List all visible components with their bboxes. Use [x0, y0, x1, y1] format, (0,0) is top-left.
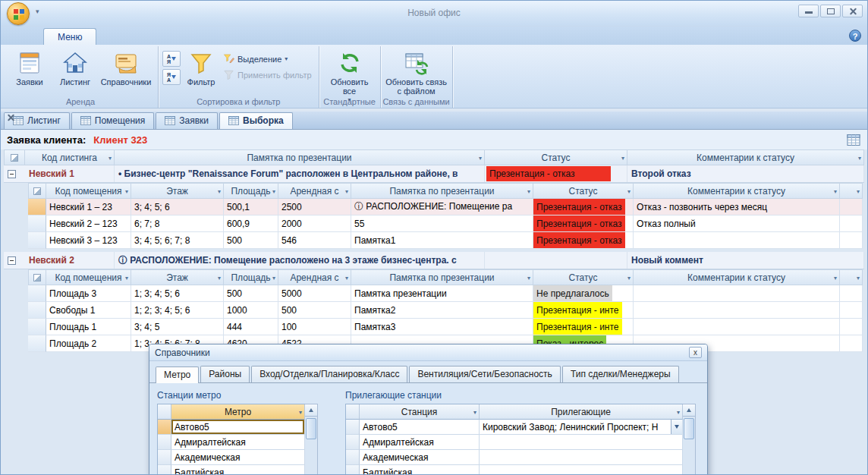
dialog-tab-deal[interactable]: Тип сделки/Менеджеры — [562, 366, 679, 382]
col-header-metro[interactable]: Метро — [171, 404, 305, 420]
collapse-toggle[interactable] — [8, 170, 16, 178]
room-row[interactable]: Невский 3 – 123 3; 4; 5; 6; 7; 8 500 546… — [28, 232, 863, 249]
tab-close-button[interactable] — [7, 117, 15, 124]
room-code-cell[interactable]: Свободы 1 — [46, 302, 131, 319]
record-selector[interactable] — [28, 319, 46, 335]
listing-comment-cell[interactable]: Второй отказ — [627, 165, 864, 182]
room-status-cell[interactable]: Презентация - отказ — [533, 215, 634, 232]
sub-select-all-corner[interactable] — [28, 183, 46, 199]
refresh-link-button[interactable]: Обновить связь с файлом — [385, 48, 448, 96]
station-cell[interactable]: Академическая — [360, 450, 480, 465]
room-floor-cell[interactable]: 1; 2; 3; 4; 5; 6 — [131, 302, 224, 319]
adjacent-cell[interactable] — [480, 435, 683, 450]
listing-memo-cell[interactable]: • Бизнес-центр "Renaissance Forum" распо… — [115, 165, 485, 182]
listing-code-cell[interactable]: Невский 2 — [25, 252, 115, 269]
room-area-cell[interactable]: 500 — [224, 232, 278, 249]
sub-select-all-corner[interactable] — [28, 269, 46, 285]
room-code-cell[interactable]: Площадь 1 — [46, 319, 131, 335]
room-status-cell[interactable]: Презентация - инте — [533, 302, 634, 319]
room-area-cell[interactable]: 500 — [224, 285, 278, 302]
room-status-cell[interactable]: Презентация - отказ — [533, 232, 634, 249]
room-row[interactable]: Невский 1 – 23 3; 4; 5; 6 500,1 2500 ⓘ Р… — [28, 199, 863, 215]
record-selector[interactable] — [346, 465, 360, 475]
adjacent-row[interactable]: Автово5 Кировский Завод; Ленинский Просп… — [346, 420, 683, 435]
room-memo-cell[interactable]: Памятка2 — [351, 302, 533, 319]
room-comment-cell[interactable]: Отказ полный — [634, 215, 840, 232]
col-header-floor[interactable]: Этаж — [131, 183, 224, 199]
room-code-cell[interactable]: Невский 2 – 123 — [46, 215, 131, 232]
adjacent-row[interactable]: Адмиралтейская — [346, 435, 683, 450]
room-row[interactable]: Площадь 3 1; 3; 4; 5; 6 500 5000 Памятка… — [28, 285, 863, 302]
adjacent-row[interactable]: Академическая — [346, 450, 683, 465]
room-comment-cell[interactable] — [634, 302, 840, 319]
listing-row-nevsky1[interactable]: Невский 1 • Бизнес-центр "Renaissance Fo… — [4, 165, 864, 183]
col-header-listing-code[interactable]: Код листинга — [25, 149, 115, 165]
record-selector[interactable] — [158, 435, 171, 450]
room-code-cell[interactable]: Невский 3 – 123 — [46, 232, 131, 249]
room-row[interactable]: Свободы 1 1; 2; 3; 4; 5; 6 1000 500 Памя… — [28, 302, 863, 319]
col-header-memo[interactable]: Памятка по презентации — [115, 149, 485, 165]
col-header-area[interactable]: Площадь — [224, 183, 278, 199]
room-comment-cell[interactable] — [634, 319, 840, 335]
sort-desc-button[interactable]: ЯА — [162, 69, 181, 85]
room-row[interactable]: Невский 2 – 123 6; 7; 8 600,9 2000 55 Пр… — [28, 215, 863, 232]
record-selector[interactable] — [28, 285, 46, 302]
room-memo-cell[interactable]: Памятка3 — [351, 319, 533, 335]
room-rent-cell[interactable]: 2500 — [278, 199, 351, 215]
dialog-close-button[interactable]: x — [689, 347, 702, 358]
room-floor-cell[interactable]: 3; 4; 5; 6; 7; 8 — [131, 232, 224, 249]
room-area-cell[interactable]: 444 — [224, 319, 278, 335]
adjacent-scrollbar[interactable] — [683, 404, 696, 475]
listing-comment-cell[interactable]: Новый коммент — [627, 252, 864, 269]
col-header-rent[interactable]: Арендная с — [278, 269, 351, 285]
metro-row[interactable] — [158, 420, 305, 435]
station-cell[interactable]: Адмиралтейская — [360, 435, 480, 450]
record-selector[interactable] — [158, 465, 171, 475]
room-floor-cell[interactable]: 1; 3; 4; 5; 6 — [131, 285, 224, 302]
col-header-adjacent[interactable]: Прилегающие — [480, 404, 683, 420]
col-header-room-comment[interactable]: Комментарии к статусу — [634, 269, 840, 285]
room-rent-cell[interactable]: 500 — [278, 302, 351, 319]
record-selector[interactable] — [346, 450, 360, 465]
col-header-room-code[interactable]: Код помещения — [46, 183, 131, 199]
room-comment-cell[interactable] — [634, 232, 840, 249]
room-code-cell[interactable]: Площадь 3 — [46, 285, 131, 302]
room-code-cell[interactable]: Невский 1 – 23 — [46, 199, 131, 215]
adjacent-cell[interactable]: Кировский Завод; Ленинский Проспект; Н — [480, 420, 683, 435]
minimize-button[interactable] — [798, 5, 819, 17]
metro-cell[interactable]: Академическая — [171, 450, 305, 465]
adjacent-cell[interactable] — [480, 450, 683, 465]
col-header-comment[interactable]: Комментарии к статусу — [627, 149, 864, 165]
datasheet-view-icon[interactable] — [846, 134, 861, 146]
tab-rooms[interactable]: Помещения — [71, 112, 154, 129]
col-header-rent[interactable]: Арендная с — [278, 183, 351, 199]
room-status-cell[interactable]: Не предлагалось — [533, 285, 634, 302]
record-selector[interactable] — [28, 232, 46, 249]
room-area-cell[interactable]: 500,1 — [224, 199, 278, 215]
record-selector[interactable] — [28, 215, 46, 232]
zayavki-button[interactable]: Заявки — [7, 48, 52, 87]
listing-button[interactable]: Листинг — [52, 48, 98, 87]
station-cell[interactable]: Балтийская — [360, 465, 480, 475]
metro-row[interactable]: Балтийская — [158, 465, 305, 475]
room-rent-cell[interactable]: 5000 — [278, 285, 351, 302]
apply-filter-button[interactable]: Применить фильтр — [223, 69, 312, 80]
spravochniki-button[interactable]: Справочники — [98, 48, 154, 87]
col-header-room-memo[interactable]: Памятка по презентации — [351, 269, 533, 285]
metro-edit-cell[interactable] — [171, 420, 304, 434]
room-area-cell[interactable]: 1000 — [224, 302, 278, 319]
combo-dropdown-button[interactable] — [671, 420, 682, 434]
metro-row[interactable]: Адмиралтейская — [158, 435, 305, 450]
scroll-thumb[interactable] — [684, 418, 694, 439]
quick-access-dropdown-icon[interactable]: ▾ — [36, 8, 39, 15]
ribbon-tab-menu[interactable]: Меню — [43, 28, 96, 45]
dialog-tab-ventilation[interactable]: Вентиляция/Сети/Безопасность — [409, 366, 560, 382]
dialog-tab-metro[interactable]: Метро — [156, 366, 199, 383]
room-memo-cell[interactable]: Памятка презентации — [351, 285, 533, 302]
room-comment-cell[interactable]: Отказ - позвонить через месяц — [634, 199, 840, 215]
listing-status-cell[interactable] — [485, 252, 627, 269]
dialog-tab-entrance[interactable]: Вход/Отделка/Планировка/Класс — [251, 366, 407, 382]
col-header-station[interactable]: Станция — [360, 404, 480, 420]
col-header-room-status[interactable]: Статус — [533, 269, 634, 285]
listing-memo-cell[interactable]: ⓘ РАСПОЛОЖЕНИЕ: Помещение расположено на… — [115, 252, 485, 269]
